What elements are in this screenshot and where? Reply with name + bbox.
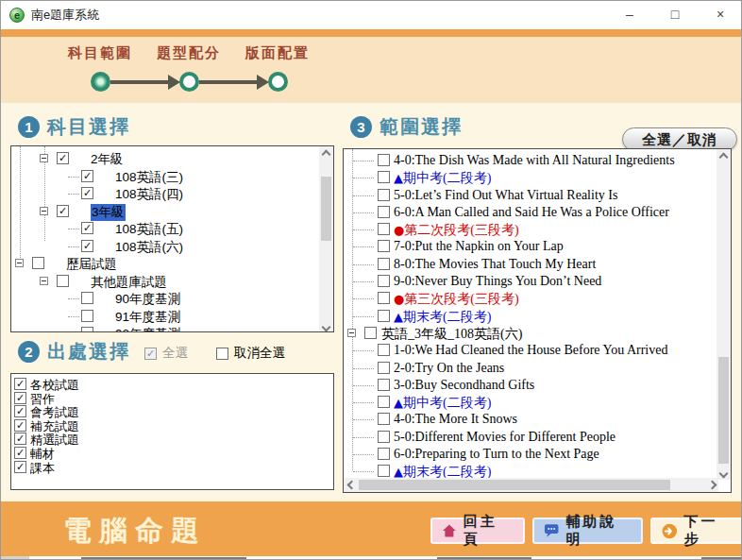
tree-item[interactable]: 108英語(三): [11, 168, 319, 186]
range-item-checkbox[interactable]: [378, 448, 390, 460]
range-item-checkbox[interactable]: [378, 465, 390, 477]
range-item[interactable]: 8-0:The Movies That Touch My Heart: [344, 256, 717, 273]
range-item[interactable]: 9-0:Never Buy Things You Don’t Need: [344, 273, 717, 290]
range-item[interactable]: ▲期末考(二段考): [344, 308, 717, 325]
tree-item-checkbox[interactable]: [81, 187, 93, 199]
next-button[interactable]: 下一步: [650, 518, 742, 544]
source-item[interactable]: 補充試題: [11, 418, 333, 433]
range-item-checkbox[interactable]: [378, 206, 390, 218]
range-item-checkbox[interactable]: [378, 431, 390, 443]
range-item-checkbox[interactable]: [378, 292, 390, 304]
tree-item-checkbox[interactable]: [81, 170, 93, 182]
source-item-checkbox[interactable]: [14, 433, 26, 445]
tree-item-checkbox[interactable]: [81, 292, 93, 304]
expander-minus-icon[interactable]: [347, 329, 356, 337]
source-item-checkbox[interactable]: [14, 461, 26, 473]
tree-item-checkbox[interactable]: [57, 205, 69, 217]
expander-minus-icon[interactable]: [40, 154, 48, 162]
select-all-checkbox[interactable]: [144, 348, 157, 360]
home-button[interactable]: 回主頁: [430, 518, 525, 544]
tree-item-checkbox[interactable]: [81, 222, 93, 234]
scroll-down-icon[interactable]: [719, 469, 729, 479]
range-item-checkbox[interactable]: [378, 413, 390, 425]
tree-item-checkbox[interactable]: [57, 275, 69, 287]
range-item-checkbox[interactable]: [378, 189, 390, 201]
source-item[interactable]: 課本: [11, 460, 333, 474]
tree-item-checkbox[interactable]: [81, 240, 93, 252]
expander-minus-icon[interactable]: [40, 207, 48, 215]
range-item[interactable]: ▲期中考(二段考): [344, 394, 717, 411]
scroll-left-icon[interactable]: [347, 481, 357, 490]
tree-item-checkbox[interactable]: [81, 327, 93, 332]
tree-item-checkbox[interactable]: [32, 257, 44, 269]
source-item-checkbox[interactable]: [14, 419, 26, 432]
range-item[interactable]: ●第二次段考(三段考): [344, 221, 717, 238]
range-item[interactable]: ▲期中考(二段考): [344, 169, 717, 186]
tree-item-checkbox[interactable]: [57, 152, 69, 164]
range-item[interactable]: 6-0:A Man Called and Said He Was a Polic…: [344, 204, 717, 221]
tree-item[interactable]: 3年級: [11, 203, 319, 221]
range-item[interactable]: 5-0:Different Movies for Different Peopl…: [344, 429, 717, 446]
source-item-checkbox[interactable]: [14, 392, 26, 404]
scroll-up-icon[interactable]: [719, 153, 729, 162]
deselect-all-checkbox[interactable]: [216, 348, 228, 360]
tree-item[interactable]: 其他題庫試題: [11, 273, 319, 291]
tree-item[interactable]: 108英語(四): [11, 185, 319, 203]
tree-item[interactable]: 2年級: [11, 150, 319, 168]
scrollbar-thumb[interactable]: [359, 480, 670, 490]
source-item[interactable]: 各校試題: [11, 377, 333, 391]
range-item-checkbox[interactable]: [378, 310, 390, 322]
minimize-button[interactable]: –: [607, 1, 652, 29]
source-item[interactable]: 精選試題: [11, 432, 333, 446]
tree-item-checkbox[interactable]: [81, 310, 93, 322]
range-item-checkbox[interactable]: [378, 223, 390, 235]
source-item[interactable]: 會考試題: [11, 404, 333, 418]
range-item[interactable]: 1-0:We Had Cleaned the House Before You …: [344, 342, 717, 359]
stepper-step-3[interactable]: 版面配置: [233, 44, 322, 92]
source-item-checkbox[interactable]: [14, 378, 26, 390]
maximize-button[interactable]: □: [652, 1, 698, 29]
stepper-step-1[interactable]: 科目範圍: [56, 44, 144, 92]
range-item[interactable]: 4-0:The More It Snows: [344, 411, 717, 428]
scroll-down-icon[interactable]: [322, 323, 331, 332]
range-item-checkbox[interactable]: [378, 379, 390, 391]
range-item[interactable]: 5-0:Let’s Find Out What Virtual Reality …: [344, 187, 717, 204]
tree-item[interactable]: 108英語(六): [11, 238, 319, 256]
range-item-checkbox[interactable]: [378, 258, 390, 270]
range-item-checkbox[interactable]: [378, 362, 390, 374]
range-item[interactable]: 英語_3年級_108英語(六): [344, 325, 717, 342]
range-item-checkbox[interactable]: [378, 240, 390, 252]
source-item-checkbox[interactable]: [14, 405, 26, 417]
tree-item[interactable]: 歷屆試題: [11, 255, 319, 273]
range-item[interactable]: 6-0:Preparing to Turn to the Next Page: [344, 446, 717, 463]
range-item-checkbox[interactable]: [378, 154, 390, 166]
expander-minus-icon[interactable]: [40, 277, 48, 285]
range-item-checkbox[interactable]: [378, 396, 390, 408]
range-item-checkbox[interactable]: [378, 275, 390, 287]
range-vertical-scrollbar[interactable]: [717, 149, 731, 480]
select-all-checkbox-group[interactable]: 全選: [144, 345, 188, 362]
scrollbar-thumb[interactable]: [321, 177, 331, 241]
scroll-right-icon[interactable]: [708, 481, 717, 490]
source-item[interactable]: 輔材: [11, 446, 333, 460]
range-horizontal-scrollbar[interactable]: [344, 478, 718, 492]
range-item-checkbox[interactable]: [364, 327, 377, 339]
tree-item[interactable]: 92年度基測: [11, 325, 319, 332]
help-button[interactable]: 輔助說明: [532, 518, 643, 544]
source-item-checkbox[interactable]: [14, 447, 26, 459]
range-item[interactable]: 7-0:Put the Napkin on Your Lap: [344, 238, 717, 255]
range-item[interactable]: 2-0:Try On the Jeans: [344, 360, 717, 377]
range-item[interactable]: 3-0:Buy Secondhand Gifts: [344, 377, 717, 394]
tree-item[interactable]: 90年度基測: [11, 290, 319, 308]
deselect-all-checkbox-group[interactable]: 取消全選: [216, 345, 285, 362]
range-item-checkbox[interactable]: [378, 171, 390, 183]
range-item[interactable]: ●第三次段考(三段考): [344, 290, 717, 307]
tree-item[interactable]: 108英語(五): [11, 220, 319, 238]
subject-tree-scrollbar[interactable]: [319, 146, 333, 332]
source-item[interactable]: 習作: [11, 391, 333, 405]
close-button[interactable]: ×: [698, 1, 742, 29]
scrollbar-thumb[interactable]: [718, 357, 729, 464]
tree-item[interactable]: 91年度基測: [11, 308, 319, 326]
scroll-up-icon[interactable]: [322, 150, 331, 160]
stepper-step-2[interactable]: 題型配分: [144, 44, 233, 92]
